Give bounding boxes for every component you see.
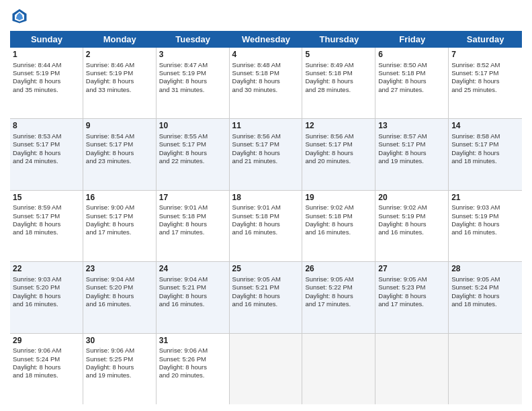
day-info-line: Sunrise: 9:01 AM [159,203,226,212]
day-info-line: Daylight: 8 hours [451,292,519,300]
day-info-line: Sunrise: 8:48 AM [232,61,300,69]
day-number: 2 [86,50,153,60]
day-cell-27: 27Sunrise: 9:05 AMSunset: 5:23 PMDayligh… [375,262,449,332]
day-info-line: Sunrise: 8:54 AM [86,132,153,140]
day-info-line: Daylight: 8 hours [232,220,300,228]
day-info-line: Sunrise: 8:46 AM [86,61,153,69]
calendar-row: 29Sunrise: 9:06 AMSunset: 5:24 PMDayligh… [10,334,522,404]
day-info-line: and 27 minutes. [378,86,445,94]
day-number: 17 [159,193,226,203]
day-info-line: Daylight: 8 hours [159,220,226,228]
day-info-line: and 17 minutes. [86,228,153,236]
day-header-monday: Monday [83,31,157,48]
day-number: 30 [86,336,153,347]
day-info-line: Sunrise: 9:06 AM [159,347,226,355]
day-cell-13: 13Sunrise: 8:57 AMSunset: 5:17 PMDayligh… [375,119,449,189]
day-info-line: Sunrise: 9:05 AM [451,275,519,283]
day-info-line: Sunset: 5:17 PM [305,140,372,148]
day-info-line: Sunset: 5:21 PM [159,283,226,291]
day-info-line: and 19 minutes. [378,157,445,165]
calendar-row: 8Sunrise: 8:53 AMSunset: 5:17 PMDaylight… [10,119,522,190]
day-info-line: Sunrise: 8:59 AM [13,203,80,212]
day-info-line: and 35 minutes. [13,86,80,94]
day-info-line: Sunset: 5:18 PM [232,69,300,77]
day-info-line: Sunset: 5:22 PM [305,283,372,291]
day-info-line: Sunset: 5:17 PM [13,212,80,220]
day-info-line: Sunset: 5:26 PM [159,355,226,363]
day-cell-23: 23Sunrise: 9:04 AMSunset: 5:20 PMDayligh… [83,262,157,332]
day-cell-22: 22Sunrise: 9:03 AMSunset: 5:20 PMDayligh… [10,262,83,332]
day-cell-24: 24Sunrise: 9:04 AMSunset: 5:21 PMDayligh… [157,262,230,332]
day-info-line: Sunset: 5:19 PM [451,212,519,220]
day-cell-31: 31Sunrise: 9:06 AMSunset: 5:26 PMDayligh… [157,334,230,404]
day-header-thursday: Thursday [302,31,375,48]
day-info-line: Daylight: 8 hours [305,77,372,85]
day-info-line: and 16 minutes. [13,300,80,308]
day-info-line: Sunrise: 8:56 AM [305,132,372,140]
day-cell-1: 1Sunrise: 8:44 AMSunset: 5:19 PMDaylight… [10,48,83,118]
day-info-line: Sunset: 5:18 PM [305,69,372,77]
day-cell-3: 3Sunrise: 8:47 AMSunset: 5:19 PMDaylight… [157,48,230,118]
day-number: 22 [13,264,80,275]
day-info-line: and 16 minutes. [232,228,300,236]
day-info-line: Sunrise: 9:02 AM [305,203,372,212]
day-info-line: Daylight: 8 hours [86,220,153,228]
empty-cell [449,334,522,404]
day-info-line: Sunset: 5:17 PM [159,140,226,148]
day-cell-15: 15Sunrise: 8:59 AMSunset: 5:17 PMDayligh… [10,191,83,261]
day-info-line: Daylight: 8 hours [159,363,226,371]
day-info-line: Sunrise: 9:02 AM [378,203,445,212]
day-cell-4: 4Sunrise: 8:48 AMSunset: 5:18 PMDaylight… [230,48,303,118]
day-info-line: Daylight: 8 hours [13,220,80,228]
day-info-line: and 16 minutes. [159,300,226,308]
day-info-line: Sunrise: 9:05 AM [232,275,300,283]
day-info-line: Sunset: 5:17 PM [451,140,519,148]
day-cell-25: 25Sunrise: 9:05 AMSunset: 5:21 PMDayligh… [230,262,303,332]
day-number: 24 [159,264,226,275]
day-info-line: Daylight: 8 hours [86,292,153,300]
calendar-row: 15Sunrise: 8:59 AMSunset: 5:17 PMDayligh… [10,191,522,262]
day-cell-30: 30Sunrise: 9:06 AMSunset: 5:25 PMDayligh… [83,334,157,404]
day-info-line: Sunset: 5:17 PM [86,212,153,220]
day-header-wednesday: Wednesday [230,31,303,48]
day-info-line: Sunrise: 8:57 AM [378,132,445,140]
day-info-line: Sunset: 5:24 PM [451,283,519,291]
day-number: 7 [451,50,519,60]
day-info-line: Sunset: 5:21 PM [232,283,300,291]
day-info-line: Sunset: 5:20 PM [86,283,153,291]
day-info-line: Sunrise: 9:00 AM [86,203,153,212]
day-info-line: Sunrise: 9:01 AM [232,203,300,212]
day-info-line: Sunset: 5:17 PM [451,69,519,77]
day-header-sunday: Sunday [10,31,83,48]
day-info-line: Sunrise: 8:58 AM [451,132,519,140]
day-number: 3 [159,50,226,60]
day-cell-5: 5Sunrise: 8:49 AMSunset: 5:18 PMDaylight… [302,48,375,118]
day-info-line: and 22 minutes. [159,157,226,165]
day-cell-2: 2Sunrise: 8:46 AMSunset: 5:19 PMDaylight… [83,48,157,118]
day-info-line: and 24 minutes. [13,157,80,165]
day-info-line: Daylight: 8 hours [232,292,300,300]
day-info-line: Daylight: 8 hours [13,363,80,371]
day-info-line: Daylight: 8 hours [378,149,445,157]
day-info-line: Sunrise: 8:56 AM [232,132,300,140]
day-number: 29 [13,336,80,347]
logo [10,7,32,26]
day-info-line: Daylight: 8 hours [305,292,372,300]
empty-cell [375,334,449,404]
day-info-line: Daylight: 8 hours [232,149,300,157]
day-cell-17: 17Sunrise: 9:01 AMSunset: 5:18 PMDayligh… [157,191,230,261]
day-number: 23 [86,264,153,275]
day-info-line: Sunset: 5:19 PM [159,69,226,77]
day-number: 4 [232,50,300,60]
day-cell-14: 14Sunrise: 8:58 AMSunset: 5:17 PMDayligh… [449,119,522,189]
day-number: 20 [378,193,445,203]
day-info-line: Sunset: 5:24 PM [13,355,80,363]
day-number: 19 [305,193,372,203]
day-info-line: Daylight: 8 hours [305,149,372,157]
day-info-line: Daylight: 8 hours [159,149,226,157]
day-info-line: and 17 minutes. [305,300,372,308]
day-number: 8 [13,121,80,132]
day-number: 13 [378,121,445,132]
empty-cell [302,334,375,404]
day-number: 9 [86,121,153,132]
